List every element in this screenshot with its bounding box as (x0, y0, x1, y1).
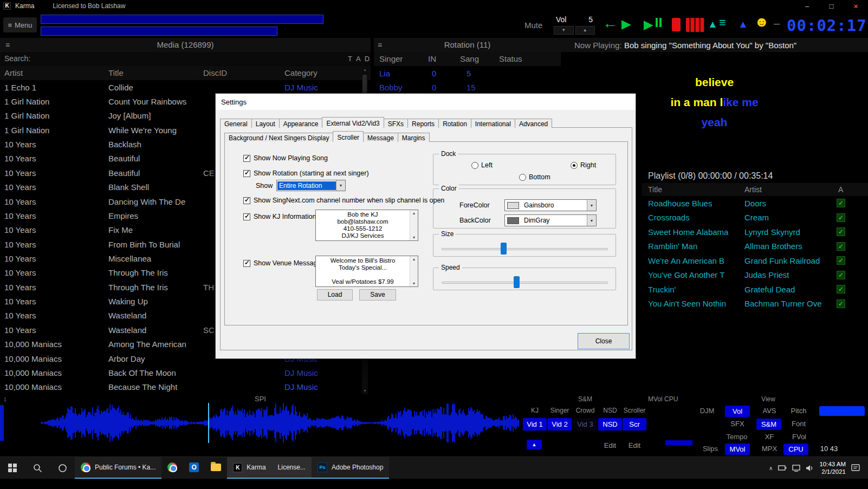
taskbar-chrome-window[interactable]: Public Forums • Ka... (75, 457, 161, 479)
settings-dialog-titlebar[interactable]: Settings (216, 94, 636, 110)
size-slider-thumb[interactable] (501, 243, 507, 255)
media-row[interactable]: 1 Echo 1 Collide DJ Music (0, 80, 362, 94)
col-status[interactable]: Status (499, 54, 522, 63)
chevron-down-icon[interactable]: ▼ (587, 200, 596, 211)
filter-toggle[interactable]: T (348, 55, 352, 63)
tab-advanced[interactable]: Advanced (515, 119, 552, 128)
play-pause-button[interactable]: ▶ (644, 18, 662, 31)
taskbar-search-button[interactable] (25, 457, 50, 479)
save-button[interactable]: Save (359, 289, 396, 301)
nsd-button[interactable]: NSD (598, 418, 622, 431)
volume-down-button[interactable]: ▼ (554, 26, 574, 35)
action-center-icon[interactable] (851, 464, 860, 472)
playlist-row[interactable]: Sweet Home Alabama Lynyrd Skynyrd ✓ (642, 225, 868, 239)
menu-button[interactable]: ≡ Menu (3, 17, 37, 32)
play-icon[interactable]: ▶ (621, 18, 631, 30)
mpx-button[interactable]: MPX (757, 445, 781, 453)
filter-toggle[interactable]: D (365, 55, 370, 63)
edit-scroller-button[interactable]: Edit (623, 441, 646, 449)
playlist-row[interactable]: Ramblin' Man Allman Brothers ✓ (642, 239, 868, 254)
scroll-down-icon[interactable]: ▼ (412, 282, 416, 285)
show-now-playing-checkbox[interactable]: ✓ Show Now Playing Song (243, 154, 328, 162)
col-playlist-artist[interactable]: Artist (744, 185, 762, 194)
size-slider-track[interactable] (442, 248, 608, 250)
scroll-up-icon[interactable]: ▲ (412, 211, 416, 215)
striped-stop-button[interactable] (686, 18, 704, 32)
sm-button[interactable]: S&M (756, 419, 781, 430)
playlist-checkbox[interactable]: ✓ (837, 299, 845, 308)
subtab-margins[interactable]: Margins (398, 133, 430, 142)
close-settings-button[interactable]: Close (578, 333, 630, 349)
scroll-up-icon[interactable]: ▲ (412, 257, 416, 261)
media-row[interactable]: 10,000 Maniacs Because The Night DJ Musi… (0, 380, 362, 394)
scr-button[interactable]: Scr (623, 418, 646, 431)
playlist-checkbox[interactable]: ✓ (837, 213, 845, 222)
media-menu-icon[interactable]: ≡ (5, 41, 10, 49)
resize-updown-icon[interactable]: ↕ (3, 395, 7, 403)
scroll-down-icon[interactable]: ▼ (362, 389, 368, 393)
rotation-menu-icon[interactable]: ≡ (378, 41, 382, 49)
playlist-checkbox[interactable]: ✓ (837, 199, 845, 207)
speaker-icon[interactable] (806, 465, 814, 472)
tab-appearance[interactable]: Appearance (279, 119, 323, 128)
playlist-row[interactable]: Truckin' Grateful Dead ✓ (642, 282, 868, 297)
vid2-button[interactable]: Vid 2 (548, 418, 572, 431)
chevron-down-icon[interactable]: ▼ (587, 215, 596, 226)
edit-nsd-button[interactable]: Edit (598, 441, 622, 449)
backcolor-dropdown[interactable]: DimGray ▼ (504, 214, 597, 226)
playlist-checkbox[interactable]: ✓ (837, 271, 845, 279)
blue-triangle-icon[interactable]: ▲ (738, 19, 748, 29)
kj-info-textbox[interactable]: Bob the KJ bob@latshaw.com 410-555-1212 … (315, 210, 418, 241)
forecolor-dropdown[interactable]: Gainsboro ▼ (504, 199, 597, 211)
cortana-button[interactable] (50, 457, 75, 479)
playlist-row[interactable]: You Ain't Seen Nothin Bachman Turner Ove… (642, 297, 868, 311)
chevron-down-icon[interactable]: ▼ (336, 180, 345, 191)
battery-icon[interactable] (778, 465, 787, 471)
previous-singer-icon[interactable]: ← (603, 16, 618, 31)
tab-rotation[interactable]: Rotation (438, 119, 471, 128)
playlist-row[interactable]: You've Got Another T Judas Priest ✓ (642, 268, 868, 283)
col-category[interactable]: Category (284, 68, 318, 77)
col-artist[interactable]: Artist (4, 68, 23, 77)
taskbar-outlook-pinned[interactable]: O (183, 457, 205, 479)
subtab-background-next-singers[interactable]: Background / Next Singers Display (224, 133, 333, 142)
subtab-scroller[interactable]: Scroller (333, 131, 364, 142)
col-playlist-title[interactable]: Title (648, 185, 662, 194)
show-rotation-checkbox[interactable]: ✓ Show Rotation (starting at next singer… (243, 169, 369, 177)
size-slider[interactable] (442, 242, 608, 256)
playlist-row[interactable]: Roadhouse Blues Doors ✓ (642, 196, 868, 211)
tab-general[interactable]: General (220, 119, 252, 128)
playlist-row[interactable]: We're An American B Grand Funk Railroad … (642, 253, 868, 268)
mute-button[interactable]: Mute (524, 21, 542, 30)
taskbar-karma-window[interactable]: K Karma License... (227, 457, 312, 479)
media-row[interactable]: 10,000 Maniacs Back Of The Moon DJ Music (0, 366, 362, 380)
show-kj-info-checkbox[interactable]: ✓ Show KJ Information (243, 213, 316, 220)
tab-sfxs[interactable]: SFXs (384, 119, 408, 128)
col-discid[interactable]: DiscID (203, 68, 227, 77)
cpu-button[interactable]: CPU (783, 444, 808, 455)
col-playlist-active[interactable]: A (838, 185, 843, 194)
vol-button[interactable]: Vol (725, 406, 750, 417)
taskbar-explorer-pinned[interactable] (205, 457, 227, 479)
show-venue-message-checkbox[interactable]: ✓ Show Venue Message (243, 259, 321, 267)
rotation-row[interactable]: Bobby 0 15 (374, 80, 561, 94)
playlist-checkbox[interactable]: ✓ (837, 227, 845, 236)
stop-button[interactable] (672, 18, 681, 31)
col-sang[interactable]: Sang (460, 54, 479, 63)
taskbar-chrome-pinned[interactable] (161, 457, 183, 479)
singer-progress-bar-top[interactable] (41, 15, 323, 24)
network-icon[interactable] (792, 465, 800, 472)
speed-slider-thumb[interactable] (514, 276, 520, 288)
dock-bottom-radio[interactable]: Bottom (519, 173, 550, 181)
smiley-icon[interactable]: ☻ (754, 15, 769, 29)
start-button[interactable] (0, 457, 25, 479)
maximize-button[interactable]: □ (819, 0, 844, 12)
col-in[interactable]: IN (428, 54, 436, 63)
tray-expand-icon[interactable]: ∧ (769, 465, 773, 471)
sfx-button[interactable]: SFX (725, 420, 750, 428)
venue-message-textbox[interactable]: Welcome to Bill's Bistro Today's Special… (315, 256, 418, 287)
minimize-button[interactable]: – (795, 0, 819, 12)
dock-right-radio[interactable]: Right (571, 161, 596, 169)
expand-up-button[interactable]: ▲ (527, 440, 542, 449)
tab-reports[interactable]: Reports (407, 119, 439, 128)
